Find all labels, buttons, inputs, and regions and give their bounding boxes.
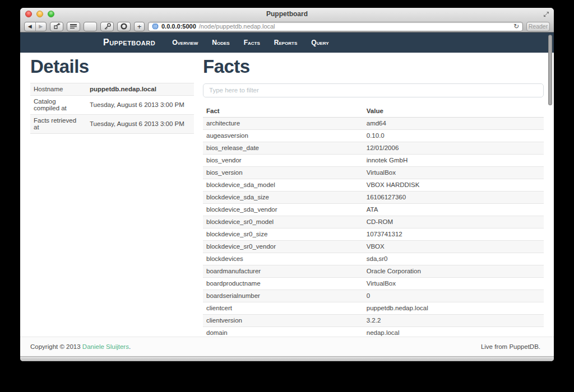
fact-row: clientversion3.2.2 <box>203 314 544 326</box>
fact-name-cell: boardproductname <box>203 277 363 290</box>
globe-icon <box>152 23 159 30</box>
new-tab-button[interactable]: + <box>134 22 145 31</box>
fact-name-cell: clientcert <box>203 302 363 314</box>
fact-name-cell: blockdevice_sr0_size <box>203 228 363 240</box>
key-icon-button[interactable] <box>100 22 114 31</box>
copyright-link[interactable]: Daniele Sluijters <box>82 343 129 350</box>
navbar-brand[interactable]: Puppetboard <box>103 38 155 48</box>
fact-value-cell: 0.10.0 <box>363 129 544 142</box>
fact-name-cell: domain <box>203 326 363 337</box>
live-from-puppetdb-text: Live from PuppetDB. <box>481 343 540 350</box>
fact-row: blockdevice_sda_vendorATA <box>203 203 544 216</box>
fact-row: bios_versionVirtualBox <box>203 166 544 179</box>
fact-name-cell: boardserialnumber <box>203 290 363 302</box>
nav-item-query[interactable]: Query <box>311 39 328 46</box>
fact-row: blockdevice_sr0_modelCD-ROM <box>203 216 544 228</box>
reading-list-button[interactable] <box>67 22 80 31</box>
fact-value-cell: VBOX HARDDISK <box>363 179 544 191</box>
details-label: Hostname <box>30 83 86 95</box>
fact-name-cell: blockdevice_sda_size <box>203 191 363 203</box>
page-content: Details Hostnamepuppetdb.nedap.localCata… <box>20 53 554 337</box>
fullscreen-icon[interactable] <box>543 11 549 17</box>
nav-item-nodes[interactable]: Nodes <box>212 39 229 46</box>
details-row: Facts retrieved atTuesday, August 6 2013… <box>30 114 194 133</box>
nav-item-facts[interactable]: Facts <box>244 39 260 46</box>
fact-row: architectureamd64 <box>203 117 544 129</box>
minimize-button[interactable] <box>36 11 43 17</box>
details-title: Details <box>30 56 194 77</box>
details-section: Details Hostnamepuppetdb.nedap.localCata… <box>30 56 194 337</box>
value-column-header: Value <box>363 105 544 118</box>
window-title: Puppetboard <box>20 8 554 20</box>
details-row: Hostnamepuppetdb.nedap.local <box>30 83 194 95</box>
nav-item-overview[interactable]: Overview <box>172 39 198 46</box>
fact-row: clientcertpuppetdb.nedap.local <box>203 302 544 314</box>
details-value: Tuesday, August 6 2013 3:00 PM <box>86 95 194 114</box>
navbar-items: OverviewNodesFactsReportsQuery <box>172 39 342 46</box>
fact-name-cell: blockdevice_sr0_model <box>203 216 363 228</box>
details-table: Hostnamepuppetdb.nedap.localCatalog comp… <box>30 83 194 134</box>
nav-item-reports[interactable]: Reports <box>274 39 298 46</box>
details-row: Catalog compiled atTuesday, August 6 201… <box>30 95 194 114</box>
zoom-button[interactable] <box>48 11 54 17</box>
fact-value-cell: 0 <box>363 290 544 302</box>
close-button[interactable] <box>25 11 32 17</box>
facts-table: Fact Value architectureamd64augeasversio… <box>203 105 544 337</box>
window-bottom-edge <box>20 356 554 361</box>
fact-row: blockdevice_sda_modelVBOX HARDDISK <box>203 179 544 191</box>
page-footer: Copyright © 2013 Daniele Sluijters. Live… <box>20 337 554 356</box>
details-label: Catalog compiled at <box>30 95 86 114</box>
fact-row: domainnedap.local <box>203 326 544 337</box>
fact-name-cell: blockdevice_sr0_vendor <box>203 240 363 253</box>
fact-row: blockdevicessda,sr0 <box>203 253 544 265</box>
circle-extension-button[interactable] <box>117 22 131 31</box>
fact-value-cell: 16106127360 <box>363 191 544 203</box>
fact-row: boardmanufacturerOracle Corporation <box>203 265 544 277</box>
fact-row: blockdevice_sr0_size1073741312 <box>203 228 544 240</box>
facts-section: Facts Fact Value architectureamd64augeas… <box>203 56 544 337</box>
fact-name-cell: bios_version <box>203 166 363 179</box>
details-value: puppetdb.nedap.local <box>86 83 194 95</box>
facts-filter-input[interactable] <box>203 83 544 97</box>
fact-name-cell: boardmanufacturer <box>203 265 363 277</box>
fact-value-cell: VirtualBox <box>363 166 544 179</box>
fact-row: boardproductnameVirtualBox <box>203 277 544 290</box>
title-bar[interactable]: Puppetboard <box>20 8 554 20</box>
fact-value-cell: amd64 <box>363 117 544 129</box>
details-label: Facts retrieved at <box>30 114 86 133</box>
browser-toolbar: ◀ ▶ <box>20 20 554 32</box>
reload-icon[interactable]: ↻ <box>513 23 519 30</box>
fact-name-cell: blockdevices <box>203 253 363 265</box>
forward-button[interactable]: ▶ <box>36 22 47 31</box>
page-scrollbar[interactable] <box>548 35 552 105</box>
fact-name-cell: blockdevice_sda_model <box>203 179 363 191</box>
details-value: Tuesday, August 6 2013 3:00 PM <box>86 114 194 133</box>
fact-name-cell: clientversion <box>203 314 363 326</box>
fact-value-cell: innotek GmbH <box>363 154 544 166</box>
fact-value-cell: sda,sr0 <box>363 253 544 265</box>
fact-value-cell: Oracle Corporation <box>363 265 544 277</box>
address-bar[interactable]: 0.0.0.0:5000/node/puppetdb.nedap.local ↻ <box>148 22 523 31</box>
fact-value-cell: VirtualBox <box>363 277 544 290</box>
fact-name-cell: bios_vendor <box>203 154 363 166</box>
fact-name-cell: bios_release_date <box>203 142 363 154</box>
fact-row: bios_release_date12/01/2006 <box>203 142 544 154</box>
fact-value-cell: 12/01/2006 <box>363 142 544 154</box>
share-button[interactable] <box>50 22 63 31</box>
fact-value-cell: CD-ROM <box>363 216 544 228</box>
blank-extension-button[interactable] <box>84 22 97 31</box>
fact-name-cell: architecture <box>203 117 363 129</box>
fact-value-cell: 3.2.2 <box>363 314 544 326</box>
fact-name-cell: augeasversion <box>203 129 363 142</box>
browser-window: Puppetboard ◀ ▶ <box>20 8 554 361</box>
url-path: /node/puppetdb.nedap.local <box>199 23 275 30</box>
fact-row: augeasversion0.10.0 <box>203 129 544 142</box>
fact-row: boardserialnumber0 <box>203 290 544 302</box>
fact-value-cell: ATA <box>363 203 544 216</box>
fact-row: bios_vendorinnotek GmbH <box>203 154 544 166</box>
reader-button[interactable]: Reader <box>526 22 550 31</box>
fact-column-header: Fact <box>203 105 363 118</box>
back-button[interactable]: ◀ <box>25 22 36 31</box>
fact-name-cell: blockdevice_sda_vendor <box>203 203 363 216</box>
facts-title: Facts <box>203 56 544 77</box>
